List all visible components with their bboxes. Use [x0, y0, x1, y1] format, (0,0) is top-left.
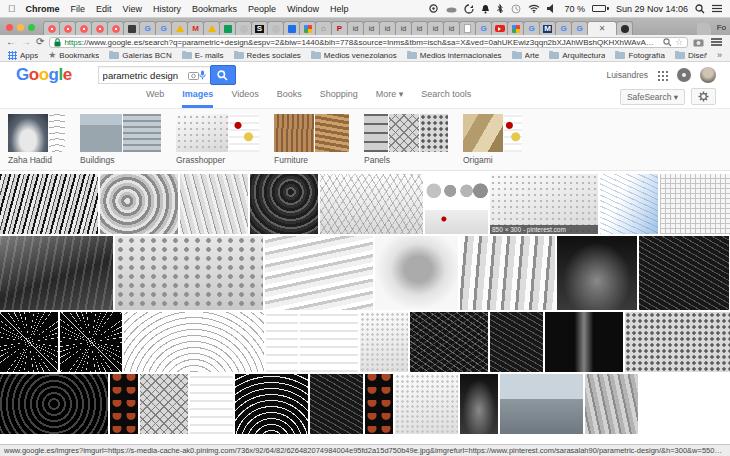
browser-tab-airbnb[interactable] — [59, 21, 76, 35]
bluetooth-icon[interactable] — [497, 4, 504, 14]
related-search-chip[interactable]: Origami — [463, 114, 522, 170]
chrome-menu-icon[interactable] — [711, 41, 722, 43]
safesearch-button[interactable]: SafeSearch ▾ — [620, 89, 685, 105]
screen-mirroring-icon[interactable] — [428, 4, 439, 13]
image-result[interactable] — [425, 174, 488, 234]
search-button[interactable] — [210, 65, 236, 85]
related-search-chip[interactable]: Panels — [364, 114, 448, 170]
browser-tab-airbnb[interactable] — [107, 21, 124, 35]
browser-tab-id[interactable]: id — [363, 21, 380, 35]
image-result[interactable] — [639, 236, 729, 310]
image-result[interactable] — [600, 174, 658, 234]
image-result[interactable] — [0, 174, 98, 234]
browser-tab-id[interactable]: id — [347, 21, 364, 35]
browser-tab-gmail[interactable]: M — [187, 21, 204, 35]
zoom-window-button[interactable] — [28, 24, 35, 31]
image-result[interactable] — [320, 174, 423, 234]
image-result[interactable] — [310, 374, 363, 434]
google-notifications-icon[interactable] — [677, 68, 691, 82]
voice-search-mic-icon[interactable] — [199, 66, 206, 84]
image-result[interactable] — [60, 312, 122, 372]
image-result[interactable] — [410, 312, 488, 372]
bookmark-bookmarks[interactable]: ★Bookmarks — [48, 51, 99, 60]
image-result[interactable] — [235, 374, 308, 434]
browser-tab-smiley[interactable] — [267, 21, 284, 35]
account-name[interactable]: Luisandres — [606, 70, 648, 80]
bookmark-folder[interactable]: Medios venezolanos — [311, 51, 397, 60]
reload-button[interactable]: ⟳ — [36, 37, 44, 47]
browser-tab-active[interactable]: ✕ — [587, 21, 617, 35]
image-result[interactable] — [660, 174, 730, 234]
bookmarks-overflow-chevron[interactable]: » — [717, 50, 722, 60]
close-window-button[interactable] — [6, 24, 13, 31]
apple-menu-icon[interactable]:  — [8, 3, 16, 14]
image-result[interactable] — [395, 374, 458, 434]
image-result[interactable] — [300, 312, 358, 372]
bookmark-folder[interactable]: Redes sociales — [234, 51, 301, 60]
browser-tab-id[interactable]: id — [395, 21, 412, 35]
image-result[interactable]: 850 × 300 - pinterest.com — [490, 174, 598, 234]
related-thumbnail[interactable] — [274, 114, 314, 152]
menu-item-bookmarks[interactable]: Bookmarks — [192, 4, 237, 14]
search-input[interactable]: parametric design — [98, 66, 210, 84]
browser-tab-doc[interactable] — [459, 21, 476, 35]
browser-tab-dark[interactable] — [123, 21, 140, 35]
image-result[interactable] — [100, 174, 178, 234]
menu-item-view[interactable]: View — [123, 4, 142, 14]
notification-center-icon[interactable] — [712, 4, 722, 13]
tab-books[interactable]: Books — [277, 89, 302, 108]
bookmark-folder[interactable]: Galerías BCN — [109, 51, 171, 60]
image-result[interactable] — [460, 236, 555, 310]
bookmark-apps[interactable]: Apps — [8, 51, 38, 60]
tab-more-[interactable]: More ▾ — [376, 89, 404, 108]
minimize-window-button[interactable] — [17, 24, 24, 31]
image-result[interactable] — [585, 374, 638, 434]
tab-shopping[interactable]: Shopping — [320, 89, 358, 108]
browser-tab-g[interactable]: G — [555, 21, 572, 35]
spotlight-search-icon[interactable] — [695, 4, 705, 14]
cloud-icon[interactable] — [446, 5, 457, 13]
tab-search-tools[interactable]: Search tools — [421, 89, 471, 108]
settings-gear-button[interactable] — [691, 88, 716, 105]
back-button[interactable]: ← — [6, 37, 16, 47]
browser-tab-home[interactable]: ⌂ — [315, 21, 332, 35]
clock-icon[interactable] — [511, 4, 521, 14]
volume-icon[interactable] — [547, 4, 557, 13]
image-result[interactable] — [140, 374, 188, 434]
image-result[interactable] — [375, 236, 458, 310]
image-result[interactable] — [0, 236, 113, 310]
bookmark-star-icon[interactable]: ☆ — [675, 38, 683, 47]
browser-tab-blue[interactable] — [283, 21, 300, 35]
update-icon[interactable] — [464, 4, 474, 14]
browser-tab-id[interactable]: id — [379, 21, 396, 35]
google-apps-grid-icon[interactable] — [657, 70, 668, 81]
image-result[interactable] — [625, 312, 730, 372]
browser-tab-id[interactable]: id — [443, 21, 460, 35]
bookmark-folder[interactable]: Medios internacionales — [407, 51, 502, 60]
browser-tab-g[interactable]: G — [571, 21, 588, 35]
tab-images[interactable]: Images — [182, 89, 213, 108]
related-search-chip[interactable]: Grasshopper — [176, 114, 259, 170]
image-result[interactable] — [124, 312, 264, 372]
image-result[interactable] — [460, 374, 498, 434]
menubar-clock[interactable]: Sun 29 Nov 14:06 — [616, 4, 688, 14]
menu-item-chrome[interactable]: Chrome — [26, 4, 60, 14]
browser-tab-drive[interactable] — [203, 21, 220, 35]
image-result[interactable] — [265, 236, 373, 310]
avatar[interactable] — [700, 67, 716, 83]
browser-tab-pinterest[interactable]: P — [331, 21, 348, 35]
menu-item-help[interactable]: Help — [330, 4, 349, 14]
related-thumbnail[interactable] — [123, 114, 161, 152]
browser-tab-drive[interactable] — [171, 21, 188, 35]
image-result[interactable] — [250, 174, 318, 234]
menu-item-history[interactable]: History — [153, 4, 181, 14]
image-result[interactable] — [500, 374, 583, 434]
browser-tab-g[interactable]: G — [523, 21, 540, 35]
search-by-image-camera-icon[interactable] — [188, 66, 199, 84]
related-thumbnail[interactable] — [389, 114, 419, 152]
image-result[interactable] — [110, 374, 138, 434]
browser-tab-mnavy[interactable]: M — [539, 21, 556, 35]
bookmark-folder[interactable]: Diseño — [675, 51, 707, 60]
browser-tab-id[interactable]: id — [411, 21, 428, 35]
image-result[interactable] — [190, 374, 233, 434]
